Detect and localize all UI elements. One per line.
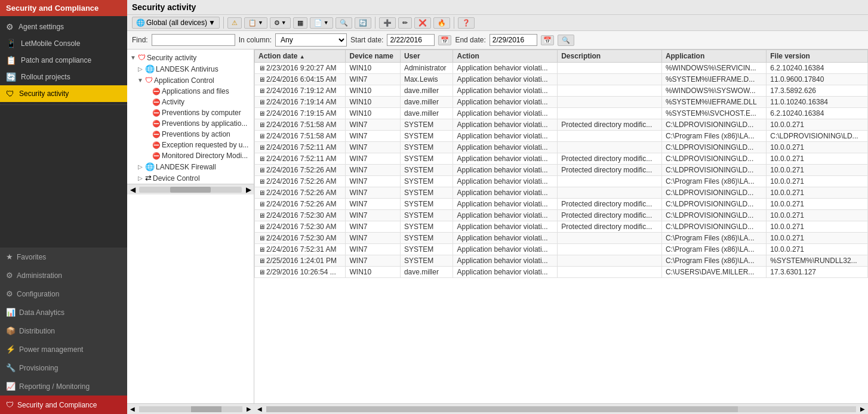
- table-row[interactable]: 🖥2/24/2016 7:19:14 AM WIN10 dave.miller …: [255, 97, 868, 108]
- cell-user: SYSTEM: [400, 244, 453, 255]
- find-input[interactable]: [152, 34, 235, 46]
- cell-application: %SYSTEM%\IEFRAME.DLL: [661, 97, 766, 108]
- sidebar-item-patch-compliance[interactable]: 📋 Patch and compliance: [0, 52, 127, 69]
- sidebar-item-agent-settings[interactable]: ⚙ Agent settings: [0, 18, 127, 35]
- globe-icon: 🌐: [136, 18, 145, 27]
- section-favorites[interactable]: ★ Favorites: [0, 248, 127, 266]
- table-row[interactable]: 🖥2/24/2016 7:52:26 AM WIN7 SYSTEM Applic…: [255, 165, 868, 176]
- cell-action-date: 🖥2/24/2016 7:52:31 AM: [255, 244, 346, 255]
- start-date-calendar-button[interactable]: 📅: [438, 35, 451, 45]
- col-device-name[interactable]: Device name: [346, 50, 400, 63]
- tree-item-preventions-computer[interactable]: ⛔ Preventions by computer: [127, 107, 254, 118]
- section-distribution[interactable]: 📦 Distribution: [0, 322, 127, 340]
- end-date-input[interactable]: [490, 34, 537, 46]
- tree-hscroll-thumb[interactable]: [191, 406, 222, 412]
- col-description[interactable]: Description: [558, 50, 662, 63]
- col-action[interactable]: Action: [453, 50, 558, 63]
- table-row[interactable]: 🖥2/24/2016 7:51:58 AM WIN7 SYSTEM Applic…: [255, 131, 868, 142]
- cell-description: [558, 74, 662, 85]
- search-execute-button[interactable]: 🔍: [558, 35, 574, 46]
- start-date-input[interactable]: [387, 34, 435, 46]
- cell-action-date: 🖥2/24/2016 7:19:15 AM: [255, 108, 346, 119]
- help-button[interactable]: ❓: [458, 17, 475, 29]
- col-action-date[interactable]: Action date ▲: [255, 50, 346, 63]
- table-row[interactable]: 🖥2/24/2016 6:04:15 AM WIN7 Max.Lewis App…: [255, 74, 868, 85]
- tree-item-preventions-application[interactable]: ⛔ Preventions by applicatio...: [127, 118, 254, 129]
- monitor-icon: 🖥: [258, 257, 265, 264]
- scroll-right-arrow[interactable]: ▶: [243, 186, 254, 194]
- security-icon: 🛡: [6, 400, 14, 409]
- warning-button[interactable]: ⚠: [227, 17, 242, 29]
- table-row[interactable]: 🖥2/24/2016 7:52:31 AM WIN7 SYSTEM Applic…: [255, 244, 868, 255]
- table-row[interactable]: 🖥2/24/2016 7:52:30 AM WIN7 SYSTEM Applic…: [255, 233, 868, 244]
- tree-item-application-control[interactable]: ▼ 🛡 Application Control: [127, 75, 254, 86]
- cell-application: %WINDOWS%\SERVICIN...: [661, 63, 766, 74]
- section-label: Security and Compliance: [17, 401, 97, 409]
- grid-button[interactable]: ▦: [293, 17, 307, 29]
- global-devices-button[interactable]: 🌐 Global (all devices) ▼: [132, 17, 220, 29]
- tree-item-applications-files[interactable]: ⛔ Applications and files: [127, 86, 254, 97]
- tree-nav-left[interactable]: ◀: [127, 406, 138, 412]
- fire-button[interactable]: 🔥: [433, 17, 450, 29]
- table-row[interactable]: 🖥2/24/2016 7:52:11 AM WIN7 SYSTEM Applic…: [255, 153, 868, 165]
- cell-file-version: 6.2.10240.16384: [767, 108, 868, 119]
- tree-item-activity[interactable]: ⛔ Activity: [127, 97, 254, 107]
- table-row[interactable]: 🖥2/24/2016 7:52:26 AM WIN7 SYSTEM Applic…: [255, 176, 868, 187]
- table-row[interactable]: 🖥2/24/2016 7:19:15 AM WIN10 dave.miller …: [255, 108, 868, 119]
- table-row[interactable]: 🖥2/24/2016 7:52:30 AM WIN7 SYSTEM Applic…: [255, 221, 868, 233]
- tree-item-preventions-action[interactable]: ⛔ Preventions by action: [127, 129, 254, 140]
- section-power-management[interactable]: ⚡ Power management: [0, 340, 127, 359]
- sidebar-item-rollout[interactable]: 🔄 Rollout projects: [0, 69, 127, 85]
- tree-item-monitored-directory[interactable]: ⛔ Monitored Directory Modi...: [127, 150, 254, 161]
- section-provisioning[interactable]: 🔧 Provisioning: [0, 359, 127, 377]
- report-button[interactable]: 📋▼: [244, 17, 267, 29]
- scroll-left-arrow[interactable]: ◀: [127, 186, 138, 194]
- tree-item-device-control[interactable]: ▷ ⇄ Device Control: [127, 172, 254, 184]
- tree-nav-right[interactable]: ▶: [244, 406, 254, 412]
- table-row[interactable]: 🖥2/29/2016 10:26:54 ... WIN10 dave.mille…: [255, 267, 868, 278]
- col-file-version[interactable]: File version: [767, 50, 868, 63]
- export-button[interactable]: 📄▼: [310, 17, 333, 29]
- section-data-analytics[interactable]: 📊 Data Analytics: [0, 303, 127, 322]
- grid-hscroll-thumb[interactable]: [266, 406, 738, 412]
- cell-device-name: WIN7: [346, 176, 400, 187]
- section-administration[interactable]: ⚙ Administration: [0, 266, 127, 285]
- cell-action-date: 🖥2/24/2016 7:52:11 AM: [255, 153, 346, 165]
- table-row[interactable]: 🖥2/24/2016 7:19:12 AM WIN10 dave.miller …: [255, 85, 868, 97]
- sidebar-item-letmobile[interactable]: 📱 LetMobile Console: [0, 35, 127, 52]
- monitor-icon: 🖥: [258, 268, 265, 276]
- end-date-calendar-button[interactable]: 📅: [541, 35, 554, 45]
- section-reporting[interactable]: 📈 Reporting / Monitoring: [0, 377, 127, 396]
- tree-item-landesk-antivirus[interactable]: ▷ 🌐 LANDESK Antivirus: [127, 63, 254, 75]
- tree-item-exception-requested[interactable]: ⛔ Exception requested by u...: [127, 140, 254, 150]
- table-row[interactable]: 🖥2/23/2016 9:20:27 AM WIN10 Administrato…: [255, 63, 868, 74]
- grid-nav-left[interactable]: ◀: [254, 406, 265, 412]
- table-row[interactable]: 🖥2/24/2016 7:52:30 AM WIN7 SYSTEM Applic…: [255, 210, 868, 221]
- application-label: Application: [666, 52, 704, 60]
- table-row[interactable]: 🖥2/24/2016 7:51:58 AM WIN7 SYSTEM Applic…: [255, 119, 868, 131]
- grid-nav-right[interactable]: ▶: [857, 406, 868, 412]
- table-row[interactable]: 🖥2/24/2016 7:52:11 AM WIN7 SYSTEM Applic…: [255, 142, 868, 153]
- delete-button[interactable]: ❌: [414, 17, 431, 29]
- refresh-button[interactable]: 🔄: [355, 17, 371, 29]
- tree-item-security-activity-root[interactable]: ▼ 🛡 Security activity: [127, 52, 254, 63]
- tree-scroll-thumb[interactable]: [170, 187, 211, 193]
- add-button[interactable]: ➕: [379, 17, 396, 29]
- in-column-select[interactable]: Any: [275, 33, 347, 47]
- cell-application: C:\Program Files (x86)\LA...: [661, 244, 766, 255]
- col-user[interactable]: User: [400, 50, 453, 63]
- section-security-compliance[interactable]: 🛡 Security and Compliance: [0, 396, 127, 414]
- cell-file-version: 11.0.9600.17840: [767, 74, 868, 85]
- sidebar-item-security-activity[interactable]: 🛡 Security activity: [0, 85, 127, 102]
- table-row[interactable]: 🖥2/25/2016 1:24:01 PM WIN7 SYSTEM Applic…: [255, 255, 868, 267]
- col-application[interactable]: Application: [661, 50, 766, 63]
- search-button[interactable]: 🔍: [335, 17, 352, 29]
- table-row[interactable]: 🖥2/24/2016 7:52:26 AM WIN7 SYSTEM Applic…: [255, 199, 868, 210]
- table-row[interactable]: 🖥2/24/2016 7:52:26 AM WIN7 SYSTEM Applic…: [255, 187, 868, 199]
- section-configuration[interactable]: ⚙ Configuration: [0, 285, 127, 303]
- sidebar-item-label: Agent settings: [19, 23, 64, 31]
- settings-button[interactable]: ⚙▼: [270, 17, 291, 29]
- tree-item-landesk-firewall[interactable]: ▷ 🌐 LANDESK Firewall: [127, 161, 254, 172]
- edit-button[interactable]: ✏: [398, 17, 412, 29]
- monitor-icon: 🖥: [258, 166, 265, 174]
